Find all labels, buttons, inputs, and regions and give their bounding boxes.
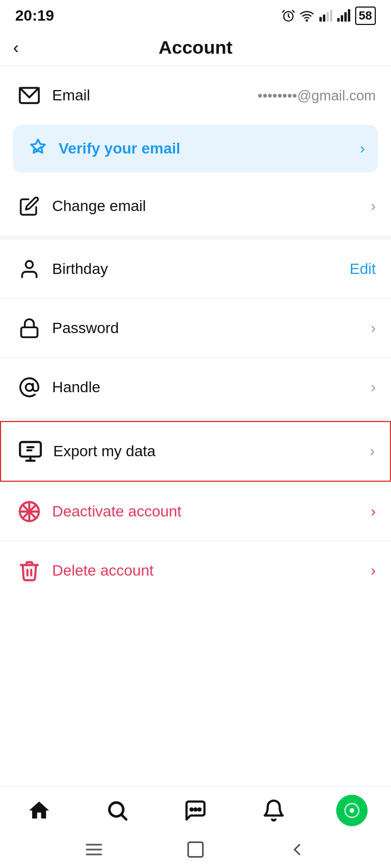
password-label: Password [52,320,371,337]
svg-point-1 [306,20,307,21]
svg-rect-4 [326,12,329,22]
phone-signal-icon [318,9,332,23]
handle-item[interactable]: Handle › [0,358,391,417]
birthday-label: Birthday [52,260,350,278]
delete-icon [15,557,43,585]
svg-point-23 [194,808,197,810]
android-back-button[interactable] [287,840,307,859]
handle-icon [15,373,43,401]
search-icon [105,799,129,822]
danger-section: Export my data › Deactivate account › [0,421,391,600]
android-menu-button[interactable] [84,840,104,859]
verify-email-banner[interactable]: Verify your email › [13,125,378,173]
nav-search[interactable] [96,794,139,827]
svg-rect-3 [323,15,325,22]
deactivate-account-item[interactable]: Deactivate account › [0,482,391,541]
page-title: Account [159,37,232,58]
svg-point-22 [191,808,193,810]
android-navigation [0,831,391,868]
back-button[interactable]: ‹ [13,37,19,58]
svg-rect-5 [330,10,332,22]
nav-home[interactable] [17,794,61,827]
verify-badge-icon [26,137,50,161]
status-icons: 58 [281,7,376,25]
email-value: ••••••••@gmail.com [257,87,376,104]
verify-email-text: Verify your email [59,140,360,157]
email-icon [15,81,43,110]
export-label: Export my data [53,443,370,460]
export-arrow: › [370,443,375,460]
svg-rect-9 [348,9,350,22]
notifications-icon [262,799,286,822]
svg-rect-14 [20,442,41,457]
change-email-arrow: › [371,197,376,215]
live-icon [343,801,361,820]
verify-arrow-icon: › [360,140,365,157]
email-row: Email ••••••••@gmail.com [0,66,391,125]
android-home-button[interactable] [186,840,205,859]
export-icon [16,437,45,465]
battery-icon: 58 [355,7,376,25]
export-data-item[interactable]: Export my data › [0,421,391,482]
nav-items [0,787,391,831]
svg-rect-6 [337,18,339,22]
nav-live[interactable] [330,794,374,827]
deactivate-label: Deactivate account [52,503,371,520]
nav-notifications[interactable] [252,794,295,827]
handle-arrow: › [371,379,376,396]
signal-bars-icon [337,9,351,23]
wifi-icon [300,9,314,23]
birthday-icon [15,255,43,283]
change-email-label: Change email [52,197,371,215]
bottom-navigation [0,786,391,868]
status-bar: 20:19 58 [0,0,391,29]
svg-point-11 [26,261,33,268]
svg-rect-12 [21,327,37,337]
birthday-edit[interactable]: Edit [350,260,376,278]
delete-arrow: › [371,562,376,579]
svg-rect-2 [319,17,321,22]
svg-point-13 [26,384,33,391]
header: ‹ Account [0,29,391,66]
password-arrow: › [371,320,376,337]
delete-label: Delete account [52,562,371,579]
live-button[interactable] [336,795,368,826]
section-divider-1 [0,235,391,240]
home-icon [27,799,51,822]
account-settings-section: Birthday Edit Password › Handle › [0,240,391,417]
nav-messages[interactable] [174,794,217,827]
svg-rect-7 [340,15,343,22]
email-section: Email ••••••••@gmail.com Verify your ema… [0,66,391,235]
svg-line-21 [122,815,127,820]
birthday-item[interactable]: Birthday Edit [0,240,391,298]
change-email-item[interactable]: Change email › [0,177,391,235]
delete-account-item[interactable]: Delete account › [0,541,391,600]
password-item[interactable]: Password › [0,299,391,358]
content: Email ••••••••@gmail.com Verify your ema… [0,66,391,687]
svg-rect-8 [344,12,346,22]
messages-icon [184,799,207,822]
handle-label: Handle [52,379,371,396]
status-time: 20:19 [15,7,54,24]
edit-icon [15,192,43,220]
deactivate-arrow: › [371,503,376,520]
svg-point-25 [350,808,355,813]
svg-rect-29 [188,843,203,857]
email-label: Email [52,87,257,104]
section-divider-2 [0,417,391,421]
password-icon [15,314,43,342]
deactivate-icon [15,497,43,526]
alarm-icon [281,9,295,23]
svg-point-24 [199,808,201,810]
